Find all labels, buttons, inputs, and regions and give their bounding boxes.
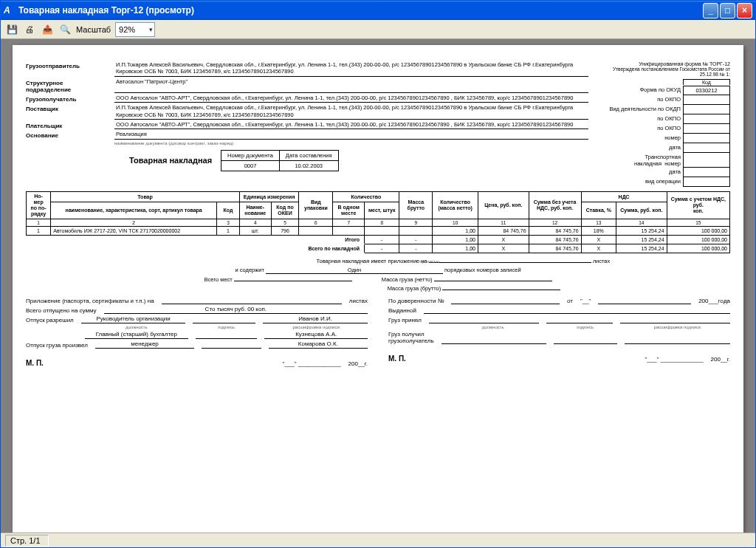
supplier-label: Поставщик <box>26 104 109 120</box>
shipper-value: И.П.Токарев Алексей Васильевич, Свердлов… <box>114 61 588 77</box>
print-icon[interactable]: 🖨 <box>23 23 36 36</box>
close-button[interactable]: × <box>737 3 752 18</box>
viewer-area[interactable]: Грузоотправитель И.П.Токарев Алексей Вас… <box>1 39 755 532</box>
basis-label: Основание <box>26 131 109 139</box>
left-signatures: Приложение (паспорта, сертификаты и т.п.… <box>26 296 368 369</box>
page-indicator: Стр. 1/1 <box>5 535 49 547</box>
shipper-label: Грузоотправитель <box>26 61 109 77</box>
right-signatures: По доверенности №от "__"200___года Выдан… <box>388 296 730 369</box>
unit-value: Автосалон "Патриот-Центр" <box>114 78 588 93</box>
below-section: Товарная накладная имеет приложение на л… <box>26 258 730 292</box>
preview-window: A Товарная накладная Торг-12 (просмотр) … <box>0 0 756 548</box>
doc-title: Товарная накладная <box>129 156 212 165</box>
zoom-select[interactable]: 92% <box>115 22 155 37</box>
zoom-label: Масштаб <box>76 25 111 34</box>
minimize-button[interactable]: _ <box>703 3 718 18</box>
codes-column: Унифицированная форма № ТОРГ-12 Утвержде… <box>596 61 730 187</box>
items-table: Но-мерпо по-рядку Товар Единица измерени… <box>26 191 730 253</box>
consignee-label: Грузополучатель <box>26 95 109 103</box>
basis-value: Реализация <box>114 131 588 139</box>
app-icon: A <box>4 4 16 16</box>
find-icon[interactable]: 🔍 <box>58 23 72 36</box>
consignee-value: ООО Автосалон "АВТО-АРТ", Свердловская о… <box>114 95 588 103</box>
document-page: Грузоотправитель И.П.Токарев Алексей Вас… <box>13 45 743 532</box>
table-row: 1 Автомобиль ИЖ 2717-220, VIN ТСК 271700… <box>27 227 730 236</box>
payer-label: Плательщик <box>26 121 109 129</box>
toolbar: 💾 🖨 📤 🔍 Масштаб 92% <box>1 20 755 39</box>
payer-value: ООО Автосалон "АВТО-АРТ", Свердловская о… <box>114 121 588 129</box>
titlebar[interactable]: A Товарная накладная Торг-12 (просмотр) … <box>1 1 755 20</box>
maximize-button[interactable]: □ <box>720 3 735 18</box>
save-icon[interactable]: 💾 <box>5 23 18 36</box>
unit-label: Структурное подразделение <box>26 78 109 93</box>
export-icon[interactable]: 📤 <box>41 23 54 36</box>
window-title: Товарная накладная Торг-12 (просмотр) <box>18 5 194 16</box>
statusbar: Стр. 1/1 <box>1 532 755 547</box>
supplier-value: И.П.Токарев Алексей Васильевич, Свердлов… <box>114 104 588 120</box>
doc-number-table: Номер документаДата составления 000710.0… <box>221 150 338 171</box>
